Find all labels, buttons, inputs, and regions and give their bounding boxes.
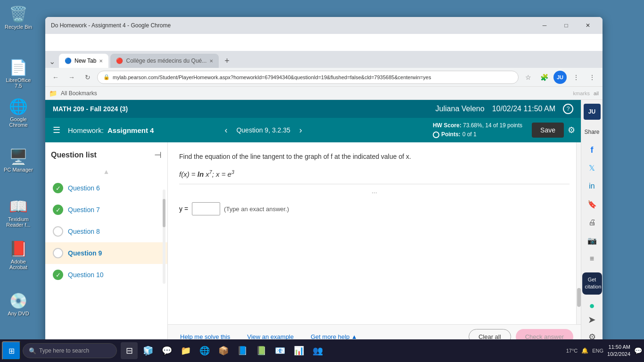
more-options-button[interactable]: ⋮ <box>570 71 583 84</box>
browser-window: 🔴 Collège des médecins du Qué... ✕ 🔵 New… <box>45 17 603 349</box>
adobe-acrobat-icon[interactable]: 📕 Adobe Acrobat <box>2 238 35 272</box>
sidebar-panel-button[interactable]: ⋮ <box>586 71 599 84</box>
answer-prefix: y = <box>179 205 188 213</box>
get-citation-button[interactable]: Get citation <box>582 272 602 295</box>
taskbar: ⊞ 🔍 Type here to search ⊟ 🧊 💬 📁 🌐 <box>0 339 644 362</box>
content-scrollbar-thumb[interactable] <box>577 288 581 307</box>
bookmarks-icon: 📁 <box>49 90 57 97</box>
linkedin-share-button[interactable]: in <box>584 178 601 194</box>
address-bar[interactable]: 🔒 mylab.pearson.com/Student/PlayerHomewo… <box>97 71 519 84</box>
weather-temp: 17°C <box>566 348 578 354</box>
social-sidebar: JU Share f 𝕏 in 🔖 <box>581 100 603 349</box>
inactive-tab-close[interactable]: ✕ <box>209 58 213 64</box>
close-button[interactable]: ✕ <box>577 18 599 33</box>
google-chrome-icon[interactable]: 🌐 Google Chrome <box>2 96 35 130</box>
minimize-button[interactable]: ─ <box>534 18 555 33</box>
hw-score-display: HW Score: 73.68%, 14 of 19 points Points… <box>433 121 522 139</box>
taskbar-task-view[interactable]: ⊟ <box>121 342 138 359</box>
taskbar-outlook[interactable]: 📧 <box>272 342 289 359</box>
grammarly-button[interactable]: ● <box>589 300 594 311</box>
active-tab-close[interactable]: ✕ <box>99 58 103 64</box>
sidebar-collapse-button[interactable]: ⊣ <box>154 150 162 160</box>
taskbar-excel[interactable]: 📗 <box>253 342 270 359</box>
question-item-9[interactable]: Question 9 <box>45 242 167 264</box>
camera-sidebar-button[interactable]: 📷 <box>584 232 601 248</box>
taskbar-apps[interactable]: 📦 <box>215 342 232 359</box>
print-sidebar-button[interactable]: 🖨 <box>584 214 601 230</box>
math-formula: f(x) = ln x7; x = e3 <box>179 169 570 178</box>
scroll-up-area: ▲ <box>45 166 167 177</box>
question-item-7[interactable]: ✓ Question 7 <box>45 199 167 221</box>
more-icon: ≡ <box>590 255 594 263</box>
homework-label: Homework: Assignment 4 <box>68 126 154 134</box>
search-bar[interactable]: 🔍 Type here to search <box>23 343 117 358</box>
tab-collapse-button[interactable]: ⌄ <box>49 57 55 68</box>
grammarly-icon: ● <box>589 300 594 311</box>
facebook-share-button[interactable]: f <box>584 142 601 158</box>
profile-button[interactable]: JU <box>553 71 567 84</box>
pc-manager-icon[interactable]: 🖥️ PC Manager <box>2 146 35 174</box>
answer-input[interactable] <box>192 202 220 215</box>
recycle-bin-icon[interactable]: 🗑️ Recycle Bin <box>2 3 35 32</box>
taskbar-chrome[interactable]: 🌐 <box>196 342 213 359</box>
texidium-icon[interactable]: 📖 Texidium Reader f... <box>2 196 35 230</box>
next-question-button[interactable]: › <box>294 123 307 137</box>
sidebar-scrollbar-thumb[interactable] <box>163 199 165 227</box>
extension-button[interactable]: 🧩 <box>537 71 551 84</box>
explorer-icon: 📁 <box>181 346 191 356</box>
taskbar-notification[interactable]: 🔔 <box>581 347 588 354</box>
taskbar-widgets[interactable]: 🧊 <box>140 342 157 359</box>
profile-avatar-small[interactable]: JU <box>584 104 601 120</box>
inactive-tab-display[interactable]: 🔴 Collège des médecins du Qué... ✕ <box>110 54 219 68</box>
question-10-label: Question 10 <box>68 271 104 279</box>
question-sidebar: Question list ⊣ ▲ ✓ Question 6 <box>45 142 168 349</box>
question-6-label: Question 6 <box>68 184 100 192</box>
settings-gear-button[interactable]: ⚙ <box>568 125 575 135</box>
sidebar-scrollbar-track <box>163 189 165 284</box>
taskbar-teams[interactable]: 👥 <box>309 342 326 359</box>
taskbar-clock[interactable]: 11:50 AM 10/2/2024 <box>607 344 630 358</box>
share-button[interactable]: Share <box>584 123 601 140</box>
taskbar-tray: 17°C 🔔 ENG 11:50 AM 10/2/2024 💬 <box>566 344 642 358</box>
question-item-8[interactable]: Question 8 <box>45 221 167 242</box>
search-icon: 🔍 <box>29 347 36 354</box>
window-controls: ─ □ ✕ <box>534 18 599 33</box>
divider-dots: ··· <box>372 189 377 196</box>
maximize-button[interactable]: □ <box>555 18 577 33</box>
notification-center-icon[interactable]: 💬 <box>634 347 642 354</box>
current-time: 11:50 AM <box>607 344 630 351</box>
menu-button[interactable]: ☰ <box>51 123 62 137</box>
prev-question-button[interactable]: ‹ <box>219 123 232 137</box>
save-button[interactable]: Save <box>532 123 564 138</box>
back-button[interactable]: ← <box>49 71 62 84</box>
start-button[interactable]: ⊞ <box>2 341 21 360</box>
libreoffice-icon[interactable]: 📄 LibreOffice 7.5 <box>2 57 35 90</box>
scroll-up-icon: ▲ <box>103 168 110 175</box>
taskbar-explorer[interactable]: 📁 <box>177 342 194 359</box>
question-item-10[interactable]: ✓ Question 10 <box>45 264 167 286</box>
any-dvd-icon[interactable]: 💿 Any DVD <box>2 290 35 318</box>
send-button[interactable]: ➤ <box>588 314 596 325</box>
add-tab-button[interactable]: + <box>221 54 233 68</box>
help-icon[interactable]: ? <box>563 104 573 114</box>
taskbar-word[interactable]: 📘 <box>234 342 251 359</box>
forward-button[interactable]: → <box>65 71 78 84</box>
lang-indicator: ENG <box>592 348 603 354</box>
question-item-6[interactable]: ✓ Question 6 <box>45 177 167 199</box>
bookmark-star-button[interactable]: ☆ <box>521 71 535 84</box>
desktop: 🗑️ Recycle Bin 📄 LibreOffice 7.5 🌐 Googl… <box>0 0 644 362</box>
lock-icon: 🔒 <box>103 74 110 80</box>
save-sidebar-button[interactable]: 🔖 <box>584 196 601 212</box>
active-tab-display[interactable]: 🔵 New Tab ✕ <box>59 54 108 68</box>
reload-button[interactable]: ↻ <box>81 71 94 84</box>
sidebar-header: Question list ⊣ <box>45 146 167 166</box>
more-sidebar-button[interactable]: ≡ <box>584 250 601 266</box>
taskbar-powerpoint[interactable]: 📊 <box>290 342 307 359</box>
twitter-share-button[interactable]: 𝕏 <box>584 160 601 176</box>
mail-label: ail <box>594 90 599 96</box>
question-8-label: Question 8 <box>68 228 100 235</box>
taskbar-chat[interactable]: 💬 <box>158 342 175 359</box>
question-area: Find the equation of the line tangent to… <box>168 142 581 349</box>
points-radio <box>433 132 439 138</box>
question-9-check <box>53 248 63 258</box>
